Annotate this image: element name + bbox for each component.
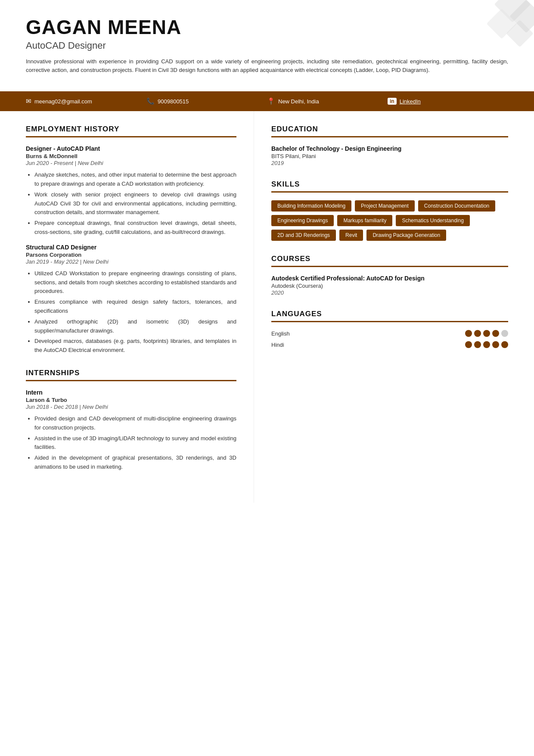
course-year-1: 2020: [271, 289, 508, 296]
skill-tag: Schematics Understanding: [396, 215, 469, 226]
dot-filled: [474, 330, 481, 337]
candidate-name: GAGAN MEENA: [26, 16, 508, 38]
employment-section: EMPLOYMENT HISTORY Designer - AutoCAD Pl…: [26, 125, 236, 355]
skills-section: SKILLS Building Information ModelingProj…: [271, 180, 508, 241]
education-section: EDUCATION Bachelor of Technology - Desig…: [271, 125, 508, 166]
skill-tag: Drawing Package Generation: [366, 230, 446, 241]
right-column: EDUCATION Bachelor of Technology - Desig…: [254, 111, 534, 503]
job-title-1: Designer - AutoCAD Plant: [26, 145, 236, 152]
employment-section-title: EMPLOYMENT HISTORY: [26, 125, 236, 137]
skill-tag: Construction Documentation: [418, 200, 495, 212]
contact-bar: ✉ meenag02@gmail.com 📞 9009800515 📍 New …: [0, 91, 534, 111]
phone-icon: 📞: [146, 97, 155, 105]
bullet-item: Analyze sketches, notes, and other input…: [34, 171, 236, 189]
contact-location: 📍 New Delhi, India: [267, 97, 388, 105]
job-bullets-1: Analyze sketches, notes, and other input…: [26, 171, 236, 237]
internship-bullets-1: Provided design and CAD development of m…: [26, 414, 236, 472]
bullet-item: Aided in the development of graphical pr…: [34, 454, 236, 472]
internship-title-1: Intern: [26, 389, 236, 396]
language-name: English: [271, 330, 306, 337]
contact-linkedin: in LinkedIn: [388, 98, 508, 105]
languages-container: EnglishHindi: [271, 330, 508, 348]
language-name: Hindi: [271, 342, 306, 348]
edu-year-1: 2019: [271, 160, 508, 166]
linkedin-icon: in: [388, 98, 397, 105]
internship-company-1: Larson & Turbo: [26, 397, 236, 403]
dot-filled: [492, 330, 499, 337]
candidate-job-title: AutoCAD Designer: [26, 40, 508, 51]
bullet-item: Analyzed orthographic (2D) and isometric…: [34, 317, 236, 336]
courses-section: COURSES Autodesk Certified Professional:…: [271, 255, 508, 296]
header-section: GAGAN MEENA AutoCAD Designer Innovative …: [0, 0, 534, 84]
dot-empty: [501, 330, 508, 337]
job-entry-2: Structural CAD Designer Parsons Corporat…: [26, 244, 236, 355]
edu-school-1: BITS Pilani, Pilani: [271, 153, 508, 159]
left-column: EMPLOYMENT HISTORY Designer - AutoCAD Pl…: [0, 111, 254, 503]
skill-tag: Markups familiarity: [337, 215, 392, 226]
course-entry-1: Autodesk Certified Professional: AutoCAD…: [271, 275, 508, 296]
bullet-item: Assisted in the use of 3D imaging/LiDAR …: [34, 434, 236, 452]
main-content: EMPLOYMENT HISTORY Designer - AutoCAD Pl…: [0, 111, 534, 503]
skill-tag: Engineering Drawings: [271, 215, 334, 226]
contact-email: ✉ meenag02@gmail.com: [26, 97, 146, 105]
summary-text: Innovative professional with experience …: [26, 57, 508, 75]
skill-tag: 2D and 3D Renderings: [271, 230, 336, 241]
language-dots: [465, 341, 508, 348]
bullet-item: Developed macros, databases (e.g. parts,…: [34, 337, 236, 355]
linkedin-link[interactable]: LinkedIn: [400, 98, 421, 105]
dot-filled: [465, 330, 472, 337]
dot-filled: [474, 341, 481, 348]
language-row: Hindi: [271, 341, 508, 348]
dot-filled: [492, 341, 499, 348]
job-bullets-2: Utilized CAD Workstation to prepare engi…: [26, 269, 236, 355]
dot-filled: [483, 341, 490, 348]
job-entry-1: Designer - AutoCAD Plant Burns & McDonne…: [26, 145, 236, 237]
skill-tag: Building Information Modeling: [271, 200, 351, 212]
bullet-item: Provided design and CAD development of m…: [34, 414, 236, 432]
phone-value: 9009800515: [158, 98, 189, 105]
job-company-2: Parsons Corporation: [26, 252, 236, 258]
resume-page: GAGAN MEENA AutoCAD Designer Innovative …: [0, 0, 534, 756]
course-title-1: Autodesk Certified Professional: AutoCAD…: [271, 275, 508, 282]
skills-section-title: SKILLS: [271, 180, 508, 193]
location-icon: 📍: [267, 97, 275, 105]
email-value: meenag02@gmail.com: [34, 98, 92, 105]
education-section-title: EDUCATION: [271, 125, 508, 137]
internships-section-title: INTERNSHIPS: [26, 369, 236, 381]
skill-tag: Project Management: [355, 200, 415, 212]
job-title-2: Structural CAD Designer: [26, 244, 236, 251]
job-date-1: Jun 2020 - Present | New Delhi: [26, 160, 236, 166]
language-row: English: [271, 330, 508, 337]
languages-section: LANGUAGES EnglishHindi: [271, 310, 508, 348]
dot-filled: [501, 341, 508, 348]
course-provider-1: Autodesk (Coursera): [271, 283, 508, 289]
email-icon: ✉: [26, 97, 31, 105]
skill-tag: Revit: [339, 230, 363, 241]
internships-section: INTERNSHIPS Intern Larson & Turbo Jun 20…: [26, 369, 236, 472]
contact-phone: 📞 9009800515: [146, 97, 267, 105]
bullet-item: Work closely with senior project enginee…: [34, 190, 236, 217]
job-company-1: Burns & McDonnell: [26, 153, 236, 159]
location-value: New Delhi, India: [278, 98, 319, 105]
internship-entry-1: Intern Larson & Turbo Jun 2018 - Dec 201…: [26, 389, 236, 472]
edu-degree-1: Bachelor of Technology - Design Engineer…: [271, 145, 508, 152]
languages-section-title: LANGUAGES: [271, 310, 508, 322]
dot-filled: [465, 341, 472, 348]
bullet-item: Utilized CAD Workstation to prepare engi…: [34, 269, 236, 296]
internship-date-1: Jun 2018 - Dec 2018 | New Delhi: [26, 404, 236, 410]
bullet-item: Ensures compliance with required design …: [34, 298, 236, 316]
bullet-item: Prepare conceptual drawings, final const…: [34, 219, 236, 237]
dot-filled: [483, 330, 490, 337]
courses-section-title: COURSES: [271, 255, 508, 267]
language-dots: [465, 330, 508, 337]
skills-tags-container: Building Information ModelingProject Man…: [271, 200, 508, 241]
education-entry-1: Bachelor of Technology - Design Engineer…: [271, 145, 508, 166]
job-date-2: Jan 2019 - May 2022 | New Delhi: [26, 258, 236, 265]
